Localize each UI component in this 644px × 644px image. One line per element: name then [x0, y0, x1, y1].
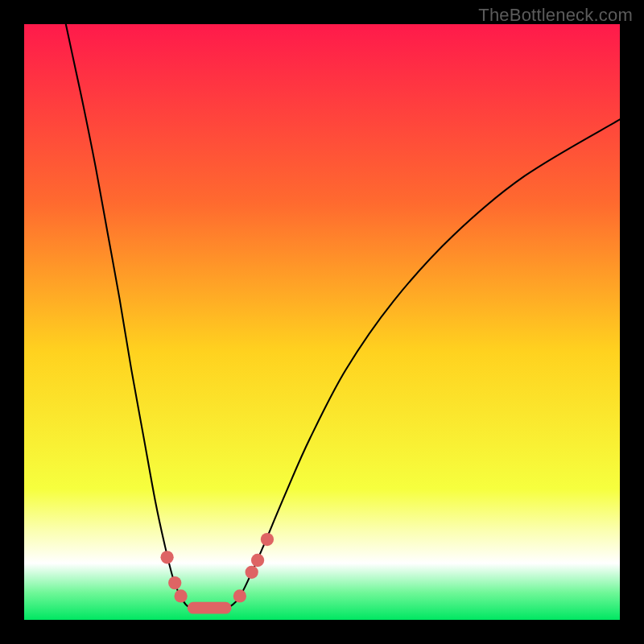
- bottom-bar: [188, 602, 232, 614]
- bottleneck-curve: [66, 24, 620, 609]
- curve-layer: [24, 24, 620, 620]
- data-marker: [261, 533, 274, 546]
- data-marker: [246, 566, 258, 579]
- data-marker: [251, 554, 264, 567]
- plot-area: [24, 24, 620, 620]
- watermark-text: TheBottleneck.com: [478, 5, 633, 26]
- data-marker: [160, 551, 173, 564]
- data-marker: [233, 589, 246, 602]
- data-marker: [174, 589, 187, 602]
- marker-layer: [160, 533, 274, 603]
- image-frame: TheBottleneck.com: [0, 0, 644, 644]
- data-marker: [168, 576, 181, 589]
